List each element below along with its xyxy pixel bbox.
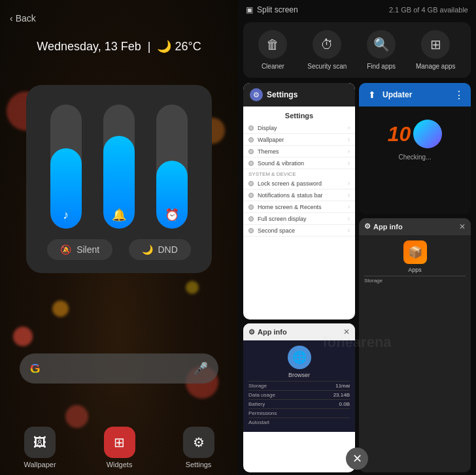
app-info-header-1: ⚙ App info ✕ bbox=[243, 323, 355, 340]
app-manage-apps[interactable]: ⊞ Manage apps bbox=[416, 30, 456, 70]
bokeh-3 bbox=[13, 327, 33, 346]
silent-dnd-row: 🔕 Silent 🌙 DND bbox=[39, 239, 199, 260]
alarm-icon: ⏰ bbox=[165, 208, 179, 222]
browser-icon: 🌐 bbox=[288, 346, 311, 369]
display-arrow-icon: › bbox=[348, 124, 350, 131]
date-text: Wednesday, 13 Feb bbox=[37, 40, 141, 53]
settings-item-home[interactable]: Home screen & Recents › bbox=[243, 201, 355, 213]
split-screen-header: ▣ Split screen 2.1 GB of 4 GB available bbox=[238, 0, 476, 20]
secondspace-dot-icon bbox=[248, 228, 254, 233]
bell-icon: 🔔 bbox=[112, 208, 126, 222]
security-scan-label: Security scan bbox=[307, 63, 347, 70]
notifications-arrow-icon: › bbox=[348, 191, 350, 199]
close-x-icon: ✕ bbox=[352, 451, 362, 466]
app-info-header-2: ⚙ App info ✕ bbox=[359, 218, 471, 235]
updater-card[interactable]: ⬆ Updater ⋮ 10 Checking... bbox=[359, 83, 471, 214]
app-security-scan[interactable]: ⏱ Security scan bbox=[307, 30, 347, 70]
fullscreen-arrow-icon: › bbox=[348, 215, 350, 222]
settings-item-sound[interactable]: Sound & vibration › bbox=[243, 157, 355, 169]
slider-ring[interactable]: 🔔 bbox=[103, 105, 135, 229]
themes-dot-icon bbox=[248, 149, 254, 154]
storage-info: 2.1 GB of 4 GB available bbox=[389, 6, 468, 14]
app-info-close-icon-1[interactable]: ✕ bbox=[343, 327, 350, 336]
settings-item-display[interactable]: Display › bbox=[243, 122, 355, 134]
app-info-gear-icon-2: ⚙ bbox=[364, 222, 371, 231]
weather-text: 26°C bbox=[175, 40, 201, 53]
updater-inner: 10 Checking... bbox=[359, 106, 471, 174]
data-label: Data usage bbox=[248, 392, 275, 398]
dnd-label: DND bbox=[158, 244, 178, 255]
moon-icon: 🌙 bbox=[157, 40, 171, 53]
updater-upload-icon: ⬆ bbox=[366, 88, 379, 101]
app-info-inner-2: 📦 Apps Storage bbox=[359, 235, 471, 290]
bokeh-5 bbox=[52, 301, 69, 317]
top-apps-row: 🗑 Cleaner ⏱ Security scan 🔍 Find apps ⊞ … bbox=[243, 22, 471, 78]
wallpaper-text: Wallpaper bbox=[258, 137, 348, 143]
back-button[interactable]: ‹ Back bbox=[10, 13, 36, 24]
settings-item-secondspace[interactable]: Second space › bbox=[243, 225, 355, 237]
dnd-button[interactable]: 🌙 DND bbox=[129, 239, 191, 260]
lockscreen-arrow-icon: › bbox=[348, 180, 350, 187]
settings-item-wallpaper[interactable]: Wallpaper › bbox=[243, 134, 355, 146]
miui10-logo: 10 bbox=[388, 120, 443, 148]
bokeh-6 bbox=[65, 405, 88, 428]
data-val: 23.14B bbox=[333, 392, 350, 398]
settings-card[interactable]: ⚙ Settings Settings Display › Wallpaper … bbox=[243, 83, 355, 319]
split-text: Split screen bbox=[257, 5, 298, 14]
sound-text: Sound & vibration bbox=[258, 160, 348, 167]
app-info-title-2: ⚙ App info bbox=[364, 222, 403, 231]
settings-item-themes[interactable]: Themes › bbox=[243, 146, 355, 157]
apps-store-icon: 📦 bbox=[403, 240, 427, 264]
settings-label: Settings bbox=[186, 461, 212, 468]
app-info-card-2[interactable]: ⚙ App info ✕ 📦 Apps Storage bbox=[359, 218, 471, 472]
split-icon: ▣ bbox=[246, 5, 253, 14]
app-find-apps[interactable]: 🔍 Find apps bbox=[367, 30, 396, 70]
bottom-dock: 🖼 Wallpaper ⊞ Widgets ⚙ Settings bbox=[0, 427, 238, 468]
battery-label: Battery bbox=[248, 401, 265, 407]
settings-item-lockscreen[interactable]: Lock screen & password › bbox=[243, 178, 355, 189]
app-info-card-1[interactable]: ⚙ App info ✕ 🌐 Browser Storage 11mai Dat… bbox=[243, 323, 355, 472]
settings-item-fullscreen[interactable]: Full screen display › bbox=[243, 213, 355, 225]
app-info-close-icon-2[interactable]: ✕ bbox=[459, 222, 466, 231]
info-row-storage: Storage 11mai bbox=[248, 381, 350, 390]
app-info-gear-icon: ⚙ bbox=[248, 328, 255, 336]
silent-button[interactable]: 🔕 Silent bbox=[47, 239, 112, 260]
settings-card-title: Settings bbox=[267, 90, 298, 99]
settings-icon: ⚙ bbox=[183, 427, 214, 458]
settings-item-notifications[interactable]: Notifications & status bar › bbox=[243, 189, 355, 201]
settings-gear-icon: ⚙ bbox=[250, 88, 263, 101]
permissions-label: Permissions bbox=[248, 410, 277, 416]
themes-text: Themes bbox=[258, 148, 348, 155]
dock-item-widgets[interactable]: ⊞ Widgets bbox=[104, 427, 135, 468]
search-bar[interactable]: G 🎤 bbox=[20, 353, 218, 384]
settings-inner: Settings Display › Wallpaper › Themes › bbox=[243, 106, 355, 239]
updater-more-icon[interactable]: ⋮ bbox=[454, 89, 464, 101]
storage2-label: Storage bbox=[364, 278, 382, 284]
wallpaper-label: Wallpaper bbox=[24, 461, 56, 468]
close-overlay-button[interactable]: ✕ bbox=[346, 448, 368, 470]
manage-apps-label: Manage apps bbox=[416, 63, 456, 70]
dock-item-wallpaper[interactable]: 🖼 Wallpaper bbox=[24, 427, 56, 468]
app-info-label-2: App info bbox=[373, 223, 403, 231]
app-cleaner[interactable]: 🗑 Cleaner bbox=[258, 30, 287, 70]
back-arrow-icon: ‹ bbox=[10, 13, 13, 24]
back-label: Back bbox=[16, 13, 36, 24]
updater-card-title: Updater bbox=[382, 90, 412, 99]
apps-name: Apps bbox=[408, 267, 422, 273]
slider-alarm[interactable]: ⏰ bbox=[156, 105, 188, 229]
app-info-inner-1: 🌐 Browser Storage 11mai Data usage 23.14… bbox=[243, 340, 355, 432]
slider-music[interactable]: ♪ bbox=[50, 105, 82, 229]
home-text: Home screen & Recents bbox=[258, 204, 348, 210]
music-icon: ♪ bbox=[63, 208, 69, 222]
find-apps-icon: 🔍 bbox=[367, 30, 396, 59]
battery-val: 0.0B bbox=[339, 401, 350, 407]
checking-text: Checking... bbox=[398, 154, 431, 161]
app-info-title-1: ⚙ App info bbox=[248, 328, 287, 336]
dock-item-settings[interactable]: ⚙ Settings bbox=[183, 427, 214, 468]
settings-card-header: ⚙ Settings bbox=[243, 83, 355, 106]
autostart-label: Autostart bbox=[248, 419, 269, 425]
system-section-label: SYSTEM & DEVICE bbox=[243, 169, 355, 178]
left-panel: ‹ Back Wednesday, 13 Feb | 🌙 26°C ♪ 🔔 ⏰ bbox=[0, 0, 238, 475]
home-arrow-icon: › bbox=[348, 203, 350, 210]
wallpaper-arrow-icon: › bbox=[348, 136, 350, 143]
